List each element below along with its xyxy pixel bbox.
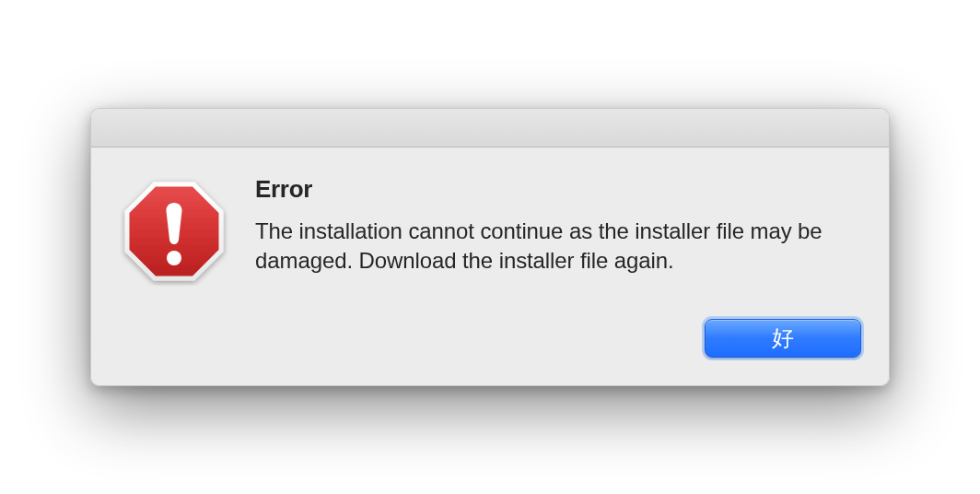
dialog-title: Error [255,175,861,204]
error-dialog: Error The installation cannot continue a… [90,108,890,386]
dialog-message: The installation cannot continue as the … [255,217,861,276]
dialog-button-row: 好 [91,310,889,385]
dialog-text: Error The installation cannot continue a… [255,173,861,286]
dialog-titlebar [91,109,889,147]
alert-icon [119,173,229,286]
ok-button[interactable]: 好 [705,319,861,358]
dialog-content: Error The installation cannot continue a… [91,147,889,310]
svg-point-1 [167,251,181,265]
